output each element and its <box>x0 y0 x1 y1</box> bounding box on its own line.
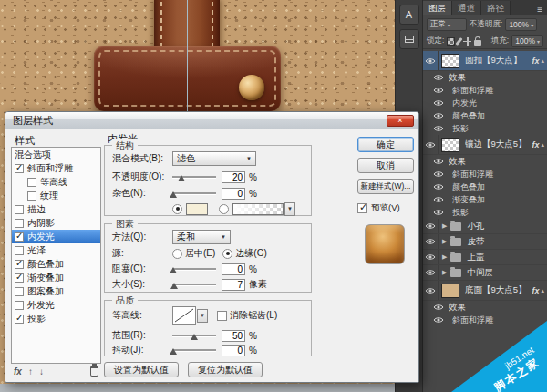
layer-row[interactable]: 斜面和浮雕 <box>423 84 547 97</box>
style-checkbox[interactable] <box>15 219 24 228</box>
style-checkbox[interactable] <box>15 315 24 324</box>
layer-row[interactable]: 镶边【9大点5】 <box>423 135 547 155</box>
expand-arrow-icon[interactable] <box>442 222 447 230</box>
move-effect-down-icon[interactable]: ↓ <box>39 366 44 377</box>
expand-arrow-icon[interactable] <box>442 269 447 276</box>
style-item[interactable]: 等高线 <box>12 175 100 189</box>
layer-opacity-select[interactable]: 100% ▾ <box>505 18 537 31</box>
preview-checkbox[interactable] <box>357 203 367 213</box>
style-item[interactable]: 渐变叠加 <box>12 271 100 284</box>
make-default-button[interactable]: 设置为默认值 <box>104 362 179 377</box>
cancel-button[interactable]: 取消 <box>357 158 414 173</box>
ok-button[interactable]: 确定 <box>357 137 414 152</box>
contour-dropdown[interactable]: ▼ <box>197 309 208 323</box>
glow-color-swatch[interactable] <box>186 203 208 215</box>
style-checkbox[interactable] <box>15 164 24 173</box>
opacity-input[interactable] <box>222 171 245 183</box>
jitter-input[interactable] <box>222 345 245 356</box>
layer-row[interactable]: 内发光 <box>423 97 547 109</box>
layer-row[interactable]: 效果 <box>423 71 547 84</box>
visibility-toggle[interactable] <box>432 206 445 219</box>
lock-position-icon[interactable] <box>463 37 471 46</box>
visibility-toggle[interactable] <box>432 181 445 193</box>
style-checkbox[interactable] <box>15 287 24 296</box>
visibility-toggle[interactable] <box>432 168 445 181</box>
new-style-button[interactable]: 新建样式(W)... <box>357 179 414 194</box>
collapsed-panel-icon[interactable] <box>399 29 419 49</box>
visibility-toggle[interactable] <box>423 234 439 249</box>
tab-channels[interactable]: 通道 <box>452 1 481 15</box>
layer-row[interactable]: 底面【9大点5】 <box>423 281 547 301</box>
style-checkbox[interactable] <box>15 246 24 255</box>
jitter-slider[interactable] <box>172 345 216 356</box>
gradient-picker[interactable] <box>232 203 284 215</box>
delete-effect-icon[interactable] <box>90 366 98 377</box>
layer-row[interactable]: 小孔 <box>423 219 547 234</box>
visibility-toggle[interactable] <box>432 97 445 109</box>
layer-row[interactable]: 效果 <box>423 301 547 314</box>
style-item[interactable]: 颜色叠加 <box>12 257 100 271</box>
lock-paint-icon[interactable] <box>456 37 463 46</box>
fx-collapse-icon[interactable] <box>541 287 544 294</box>
style-item[interactable]: 图案叠加 <box>12 284 100 298</box>
source-center-radio[interactable] <box>172 249 182 259</box>
size-slider[interactable] <box>172 279 216 290</box>
visibility-toggle[interactable] <box>423 135 439 154</box>
layer-row[interactable]: 投影 <box>423 122 547 135</box>
visibility-toggle[interactable] <box>432 193 445 206</box>
layer-thumbnail[interactable] <box>441 54 459 68</box>
tab-paths[interactable]: 路径 <box>481 1 511 15</box>
style-item[interactable]: 内阴影 <box>12 216 100 230</box>
layer-thumbnail[interactable] <box>441 284 459 298</box>
visibility-toggle[interactable] <box>423 265 439 280</box>
layer-row[interactable]: 皮带 <box>423 234 547 250</box>
noise-input[interactable] <box>222 188 245 200</box>
visibility-toggle[interactable] <box>432 122 445 135</box>
choke-slider[interactable] <box>172 263 216 274</box>
dialog-titlebar[interactable]: 图层样式 × <box>5 112 418 129</box>
solid-color-radio[interactable] <box>172 204 182 214</box>
visibility-toggle[interactable] <box>432 301 445 314</box>
style-checkbox[interactable] <box>27 191 36 201</box>
style-item[interactable]: 投影 <box>12 312 100 325</box>
gradient-dropdown[interactable]: ▼ <box>284 202 295 216</box>
style-item[interactable]: 光泽 <box>12 243 100 257</box>
layer-fill-select[interactable]: 100% ▾ <box>511 35 543 47</box>
range-slider[interactable] <box>172 330 216 341</box>
visibility-toggle[interactable] <box>432 71 445 84</box>
style-checkbox[interactable] <box>15 205 24 214</box>
visibility-toggle[interactable] <box>423 250 439 264</box>
layer-row[interactable]: 渐变叠加 <box>423 193 547 206</box>
style-checkbox[interactable] <box>15 260 24 269</box>
layer-thumbnail[interactable] <box>441 138 459 152</box>
visibility-toggle[interactable] <box>432 109 445 122</box>
style-checkbox[interactable] <box>15 301 24 310</box>
range-input[interactable] <box>222 330 245 342</box>
fx-collapse-icon[interactable] <box>541 141 544 149</box>
layer-row[interactable]: 颜色叠加 <box>423 109 547 122</box>
panel-menu-icon[interactable]: ≡ <box>532 5 547 15</box>
layer-row[interactable]: 颜色叠加 <box>423 181 547 193</box>
add-effect-icon[interactable]: fx <box>14 366 22 377</box>
noise-slider[interactable] <box>172 188 216 199</box>
tab-layers[interactable]: 图层 <box>423 1 452 15</box>
style-item[interactable]: 混合选项 <box>12 148 100 161</box>
opacity-slider[interactable] <box>172 171 216 182</box>
style-item[interactable]: 外发光 <box>12 298 100 312</box>
layer-row[interactable]: 中间层 <box>423 265 547 281</box>
gradient-radio[interactable] <box>219 204 229 214</box>
layer-row[interactable]: 上盖 <box>423 250 547 265</box>
style-checkbox[interactable] <box>15 232 24 242</box>
layer-row[interactable]: 圆扣【9大点】 <box>423 51 547 71</box>
lock-all-icon[interactable] <box>474 40 481 46</box>
size-input[interactable] <box>222 279 245 291</box>
visibility-toggle[interactable] <box>423 51 439 70</box>
blend-mode-select[interactable]: 滤色 ▼ <box>172 151 256 166</box>
layer-blend-mode-select[interactable]: 正常 ▾ <box>427 18 467 31</box>
visibility-toggle[interactable] <box>423 219 439 233</box>
style-checkbox[interactable] <box>27 178 36 187</box>
style-item[interactable]: 斜面和浮雕 <box>12 161 100 175</box>
expand-arrow-icon[interactable] <box>442 253 447 261</box>
move-effect-up-icon[interactable]: ↑ <box>28 366 33 377</box>
lock-transparency-icon[interactable] <box>447 37 455 46</box>
